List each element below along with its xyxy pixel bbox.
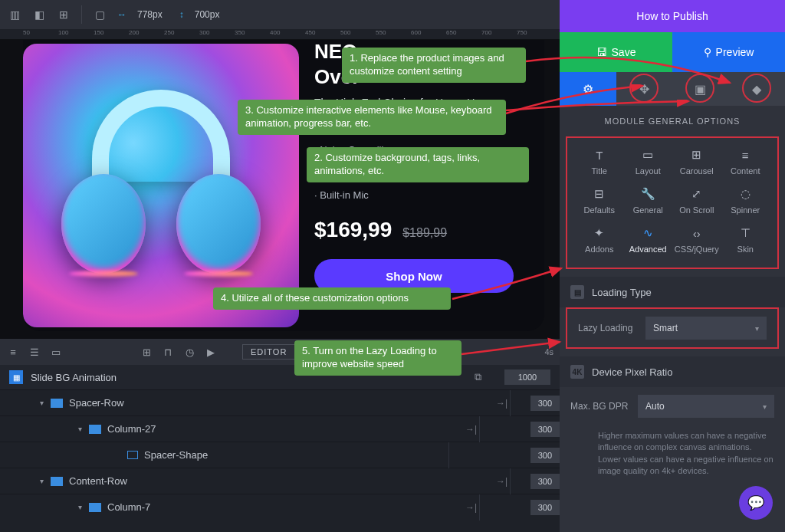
callout-2: 2. Customize background, tags, links, an… xyxy=(307,147,529,182)
width-value[interactable]: 778px xyxy=(137,9,163,20)
option-advanced[interactable]: ∿Advanced xyxy=(624,222,673,257)
layers-icon[interactable]: ≡ xyxy=(6,345,20,359)
timeline-toolbar: ≡ ☰ ▭ ⊞ ⊓ ◷ ▶ EDITOR 4s xyxy=(0,339,560,365)
option-css-jquery[interactable]: ‹›CSS/jQuery xyxy=(672,222,721,257)
dpr-section-header[interactable]: 4K Device Pixel Ratio xyxy=(560,356,785,387)
dpr-help-text: Higher maximum values can have a negativ… xyxy=(560,425,785,485)
tab-layers[interactable]: ◆ xyxy=(729,72,786,106)
chat-icon: 💬 xyxy=(747,494,764,511)
panel-tabs: ⚙ ✥ ▣ ◆ xyxy=(560,72,785,106)
height-value[interactable]: 700px xyxy=(195,9,220,20)
loading-icon: ▤ xyxy=(570,285,584,299)
option-general[interactable]: 🔧General xyxy=(624,183,673,218)
layer-label: Spacer-Shape xyxy=(144,449,208,461)
tree-header[interactable]: ▦ Slide BG Animation ⧉ 1000 xyxy=(0,365,560,389)
option-title[interactable]: TTitle xyxy=(575,144,624,179)
panel-split-icon[interactable]: ◧ xyxy=(32,8,46,21)
layer-label: Content-Row xyxy=(69,475,127,487)
option-carousel[interactable]: ⊞Carousel xyxy=(672,144,721,179)
option-on-scroll[interactable]: ⤢On Scroll xyxy=(672,183,721,218)
section-title: MODULE GENERAL OPTIONS xyxy=(560,106,785,136)
device-icon[interactable]: ▢ xyxy=(93,8,107,21)
tab-style[interactable]: ▣ xyxy=(672,72,729,106)
options-grid: TTitle▭Layout⊞Carousel≡Content⊟Defaults🔧… xyxy=(566,136,779,269)
keyframe-value[interactable]: 300 xyxy=(530,474,560,489)
price-current[interactable]: $169,99 xyxy=(314,218,392,242)
copy-icon[interactable]: ⧉ xyxy=(475,371,481,383)
spinner-icon: ◌ xyxy=(737,186,753,202)
layer-tree: ▦ Slide BG Animation ⧉ 1000 ▾Spacer-Row→… xyxy=(0,365,560,532)
save-icon: 🖫 xyxy=(596,46,607,58)
layer-label: Spacer-Row xyxy=(69,397,124,409)
layer-row[interactable]: ▾Content-Row→|300 xyxy=(0,468,560,494)
dpr-label: Max. BG DPR xyxy=(570,401,630,412)
layer-row[interactable]: ▾Spacer-Row→|300 xyxy=(0,389,560,415)
layer-row[interactable]: Spacer-Shape300 xyxy=(0,442,560,468)
lazy-loading-row: Lazy Loading Smart xyxy=(567,309,777,347)
editor-tab[interactable]: EDITOR xyxy=(242,344,295,360)
advanced-icon: ∿ xyxy=(640,225,655,241)
option-skin[interactable]: ⊤Skin xyxy=(721,222,770,257)
title-icon: T xyxy=(592,147,607,163)
general-icon: 🔧 xyxy=(640,186,655,202)
grid-icon[interactable]: ⊞ xyxy=(140,345,153,359)
keyframe-value[interactable]: 300 xyxy=(530,448,560,463)
callout-3: 3. Customize interactive elements like M… xyxy=(238,100,506,135)
option-defaults[interactable]: ⊟Defaults xyxy=(575,183,624,218)
panel-header[interactable]: How to Publish xyxy=(560,0,785,32)
addons-icon: ✦ xyxy=(592,225,607,241)
stack-icon: ◆ xyxy=(752,82,761,97)
carousel-icon: ⊞ xyxy=(689,147,705,163)
menu-icon[interactable]: ☰ xyxy=(28,345,41,359)
right-panel: How to Publish 🖫 Save ⚲ Preview ⚙ ✥ ▣ ◆ … xyxy=(560,0,785,532)
skin-icon: ⊤ xyxy=(737,225,753,241)
search-icon: ⚲ xyxy=(704,46,711,58)
layer-row[interactable]: ▾Column-27→|300 xyxy=(0,415,560,442)
panel-left-icon[interactable]: ▥ xyxy=(8,8,21,21)
layer-label: Column-7 xyxy=(107,501,150,513)
image-icon: ▣ xyxy=(695,82,706,97)
content-icon: ≡ xyxy=(737,147,753,163)
clock-icon[interactable]: ◷ xyxy=(182,345,196,359)
product-image[interactable] xyxy=(23,44,299,327)
tree-header-num[interactable]: 1000 xyxy=(504,369,550,385)
width-key: ↔ xyxy=(117,9,126,20)
joystick-icon: ✥ xyxy=(639,82,649,97)
price-old[interactable]: $189,99 xyxy=(402,226,447,240)
timeline-duration: 4s xyxy=(544,347,553,356)
callout-5: 5. Turn on the Lazy Loading to improve w… xyxy=(294,340,461,376)
option-content[interactable]: ≡Content xyxy=(721,144,770,179)
preview-button[interactable]: ⚲ Preview xyxy=(672,32,785,72)
css/jquery-icon: ‹› xyxy=(689,225,705,241)
callout-1: 1. Replace the product images and custom… xyxy=(342,48,526,83)
loading-section-header[interactable]: ▤ Loading Type xyxy=(560,277,785,307)
callout-4: 4. Utilize all of these customization op… xyxy=(213,287,451,310)
layer-row[interactable]: ▾Column-7→|300 xyxy=(0,494,560,520)
lazy-loading-select[interactable]: Smart xyxy=(645,317,767,340)
option-layout[interactable]: ▭Layout xyxy=(624,144,673,179)
option-spinner[interactable]: ◌Spinner xyxy=(721,183,770,218)
dpr-icon: 4K xyxy=(570,365,584,379)
slide-bg-icon: ▦ xyxy=(9,370,23,384)
dpr-row: Max. BG DPR Auto xyxy=(560,387,785,425)
panel-add-icon[interactable]: ⊞ xyxy=(57,8,71,21)
magnet-icon[interactable]: ⊓ xyxy=(161,345,175,359)
option-addons[interactable]: ✦Addons xyxy=(575,222,624,257)
lazy-loading-label: Lazy Loading xyxy=(578,323,638,333)
layout-icon: ▭ xyxy=(640,147,655,163)
chat-button[interactable]: 💬 xyxy=(739,486,773,520)
keyframe-value[interactable]: 300 xyxy=(530,422,560,437)
keyframe-value[interactable]: 300 xyxy=(530,500,560,515)
tab-navigation[interactable]: ✥ xyxy=(616,72,673,106)
defaults-icon: ⊟ xyxy=(592,186,607,202)
keyframe-value[interactable]: 300 xyxy=(530,396,560,411)
dpr-select[interactable]: Auto xyxy=(638,395,774,418)
tab-settings[interactable]: ⚙ xyxy=(560,72,616,106)
play-icon[interactable]: ▶ xyxy=(204,345,218,359)
on scroll-icon: ⤢ xyxy=(689,186,705,202)
save-button[interactable]: 🖫 Save xyxy=(560,32,672,72)
layer-label: Column-27 xyxy=(107,423,156,435)
feature-2[interactable]: · Built-in Mic xyxy=(314,189,537,201)
gear-icon: ⚙ xyxy=(583,82,593,97)
folder-icon[interactable]: ▭ xyxy=(49,345,63,359)
